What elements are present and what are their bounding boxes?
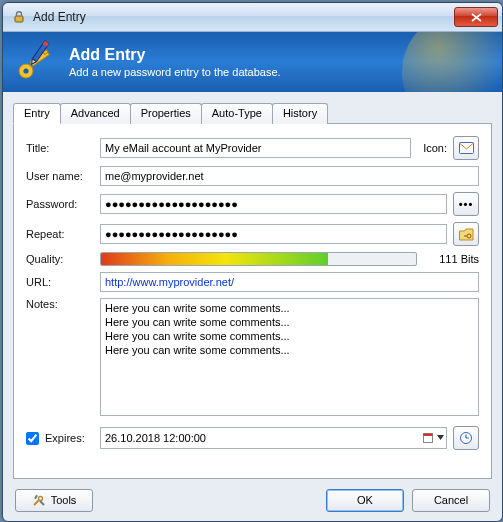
svg-rect-0 (15, 16, 23, 22)
username-input[interactable] (100, 166, 479, 186)
expires-checkbox[interactable] (26, 432, 39, 445)
tools-button-label: Tools (51, 494, 77, 506)
envelope-icon (459, 142, 474, 154)
quality-meter (100, 252, 417, 266)
tools-button[interactable]: Tools (15, 489, 93, 512)
tab-autotype[interactable]: Auto-Type (201, 103, 273, 124)
url-input[interactable] (100, 272, 479, 292)
tab-properties[interactable]: Properties (130, 103, 202, 124)
clock-icon (459, 431, 473, 445)
dialog-window: Add Entry Add Entry Ad (2, 2, 503, 522)
calendar-dropdown-icon[interactable] (423, 432, 444, 444)
icon-picker-button[interactable] (453, 136, 479, 160)
password-input[interactable] (100, 194, 447, 214)
title-input[interactable] (100, 138, 411, 158)
label-password: Password: (26, 198, 100, 210)
quality-meter-fill (101, 253, 328, 265)
ok-button[interactable]: OK (326, 489, 404, 512)
tab-advanced[interactable]: Advanced (60, 103, 131, 124)
key-pencil-icon (13, 40, 57, 84)
label-quality: Quality: (26, 253, 100, 265)
svg-point-13 (38, 497, 42, 501)
svg-rect-11 (424, 434, 433, 437)
titlebar[interactable]: Add Entry (3, 3, 502, 32)
notes-textarea[interactable] (100, 298, 479, 416)
dialog-body: Entry Advanced Properties Auto-Type Hist… (3, 92, 502, 479)
label-icon: Icon: (423, 142, 447, 154)
svg-rect-14 (34, 495, 38, 499)
label-repeat: Repeat: (26, 228, 100, 240)
dialog-title: Add Entry (69, 46, 281, 64)
tab-panel-entry: Title: Icon: User name: Password: ••• R (13, 123, 492, 479)
label-url: URL: (26, 276, 100, 288)
label-expires: Expires: (45, 432, 85, 444)
label-title: Title: (26, 142, 100, 154)
tab-entry[interactable]: Entry (13, 103, 61, 124)
dialog-subtitle: Add a new password entry to the database… (69, 66, 281, 78)
dialog-header: Add Entry Add a new password entry to th… (3, 32, 502, 92)
expires-presets-button[interactable] (453, 426, 479, 450)
label-notes: Notes: (26, 298, 100, 310)
window-title: Add Entry (33, 10, 454, 24)
password-generator-button[interactable] (453, 222, 479, 246)
tools-icon (32, 493, 46, 507)
expires-datetime-picker[interactable]: 26.10.2018 12:00:00 (100, 427, 447, 449)
quality-bits: 111 Bits (427, 253, 479, 265)
expires-value: 26.10.2018 12:00:00 (105, 432, 206, 444)
tab-strip: Entry Advanced Properties Auto-Type Hist… (13, 103, 492, 124)
svg-point-2 (23, 68, 28, 73)
reveal-password-button[interactable]: ••• (453, 192, 479, 216)
repeat-password-input[interactable] (100, 224, 447, 244)
folder-key-icon (459, 228, 474, 241)
close-icon (471, 13, 482, 22)
cancel-button[interactable]: Cancel (412, 489, 490, 512)
dots-icon: ••• (459, 198, 474, 210)
dialog-footer: Tools OK Cancel (3, 479, 502, 521)
label-username: User name: (26, 170, 100, 182)
tab-history[interactable]: History (272, 103, 328, 124)
lock-icon (11, 9, 27, 25)
close-button[interactable] (454, 7, 498, 27)
